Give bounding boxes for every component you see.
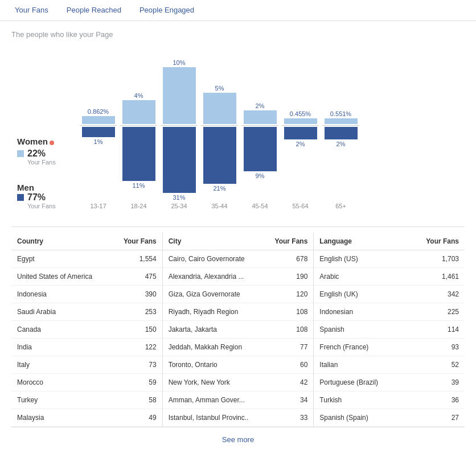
see-more-button[interactable]: See more	[11, 427, 465, 452]
row-fans: 60	[264, 356, 313, 374]
table-row: Istanbul, Istanbul Provinc..33	[163, 409, 314, 427]
women-bar	[284, 118, 317, 124]
row-name: Turkey	[11, 391, 111, 409]
men-pct-label: 11%	[132, 182, 145, 189]
row-name: Saudi Arabia	[11, 303, 111, 321]
row-name: Malaysia	[11, 409, 111, 427]
row-name: India	[11, 339, 111, 356]
tab-people-engaged[interactable]: People Engaged	[130, 0, 203, 21]
tab-people-reached[interactable]: People Reached	[58, 0, 130, 21]
table-row: Turkish36	[314, 391, 465, 409]
age-group-col: 0.551%2%65+	[322, 50, 359, 209]
row-name: Portuguese (Brazil)	[314, 374, 406, 391]
row-name: Alexandria, Alexandria ...	[163, 268, 264, 286]
country-table: Country Your Fans Egypt1,554United State…	[11, 233, 163, 427]
table-row: India122	[11, 339, 162, 356]
language-table: Language Your Fans English (US)1,703Arab…	[314, 233, 465, 427]
women-pct: 22%	[27, 149, 46, 159]
row-name: Cairo, Cairo Governorate	[163, 250, 264, 268]
tabs-bar: Your Fans People Reached People Engaged	[0, 0, 476, 21]
table-row: French (France)93	[314, 339, 465, 356]
row-fans: 36	[406, 391, 465, 409]
row-name: English (US)	[314, 250, 406, 268]
table-row: Egypt1,554	[11, 250, 162, 268]
row-fans: 73	[111, 356, 162, 374]
age-range-label: 45-54	[252, 203, 268, 209]
women-pct-label: 0.551%	[330, 110, 351, 117]
table-row: New York, New York42	[163, 374, 314, 391]
row-fans: 1,554	[111, 250, 162, 268]
row-name: Toronto, Ontario	[163, 356, 264, 374]
men-legend: Men 77% Your Fans	[17, 183, 68, 209]
page-subtitle: The people who like your Page	[11, 30, 465, 39]
age-range-label: 13-17	[90, 203, 106, 209]
women-pct-label: 2%	[256, 102, 265, 109]
age-range-label: 35-44	[211, 203, 227, 209]
chart-columns: 0.862%1%13-174%11%18-2410%31%25-345%21%3…	[80, 50, 359, 209]
age-range-label: 65+	[335, 203, 346, 209]
table-row: Saudi Arabia253	[11, 303, 162, 321]
table-row: Spanish (Spain)27	[314, 409, 465, 427]
table-row: United States of America475	[11, 268, 162, 286]
table-row: Toronto, Ontario60	[163, 356, 314, 374]
women-pct-label: 5%	[215, 85, 224, 92]
table-row: Morocco59	[11, 374, 162, 391]
city-col-header: City	[163, 233, 264, 250]
row-name: United States of America	[11, 268, 111, 286]
men-color-swatch	[17, 194, 24, 201]
age-group-col: 4%11%18-24	[120, 50, 157, 209]
row-name: Indonesia	[11, 286, 111, 303]
row-fans: 58	[111, 391, 162, 409]
tab-your-fans[interactable]: Your Fans	[6, 0, 58, 21]
men-pct-label: 2%	[337, 141, 346, 147]
row-name: Egypt	[11, 250, 111, 268]
row-fans: 150	[111, 321, 162, 339]
women-bar	[163, 67, 196, 124]
table-row: Arabic1,461	[314, 268, 465, 286]
row-fans: 27	[406, 409, 465, 427]
table-row: Jeddah, Makkah Region77	[163, 339, 314, 356]
women-bar	[244, 110, 277, 124]
men-bar	[284, 127, 317, 139]
table-row: Amman, Amman Gover...34	[163, 391, 314, 409]
row-fans: 114	[406, 321, 465, 339]
legend-section: Women 22% Your Fans Men 77% Your Fans	[17, 137, 68, 209]
row-name: Arabic	[314, 268, 406, 286]
women-pct-label: 4%	[134, 92, 143, 99]
men-pct-label: 31%	[173, 194, 185, 201]
men-pct-label: 9%	[256, 172, 265, 179]
men-sub: Your Fans	[27, 203, 68, 209]
women-bar	[325, 118, 358, 124]
women-pct-label: 0.455%	[290, 110, 311, 117]
row-name: Istanbul, Istanbul Provinc..	[163, 409, 264, 427]
men-pct-label: 1%	[94, 138, 103, 145]
table-row: Italian52	[314, 356, 465, 374]
row-name: Spanish	[314, 321, 406, 339]
table-row: Canada150	[11, 321, 162, 339]
men-bar	[82, 127, 115, 137]
table-row: Indonesia390	[11, 286, 162, 303]
women-bar	[122, 100, 155, 124]
women-color-swatch	[17, 150, 24, 157]
row-fans: 93	[406, 339, 465, 356]
row-name: Turkish	[314, 391, 406, 409]
men-bar	[325, 127, 358, 139]
row-fans: 475	[111, 268, 162, 286]
table-row: Cairo, Cairo Governorate678	[163, 250, 314, 268]
row-fans: 108	[264, 321, 313, 339]
row-fans: 33	[264, 409, 313, 427]
table-row: English (UK)342	[314, 286, 465, 303]
men-bar	[163, 127, 196, 193]
men-bar	[244, 127, 277, 171]
women-legend: Women 22% Your Fans	[17, 137, 68, 166]
row-name: Italian	[314, 356, 406, 374]
country-fans-header: Your Fans	[111, 233, 162, 250]
table-row: Portuguese (Brazil)39	[314, 374, 465, 391]
age-range-label: 18-24	[130, 203, 146, 209]
women-sub: Your Fans	[27, 159, 68, 166]
men-bar	[122, 127, 155, 181]
language-fans-header: Your Fans	[406, 233, 465, 250]
row-name: Canada	[11, 321, 111, 339]
men-pct-label: 21%	[213, 185, 225, 192]
age-group-col: 10%31%25-34	[161, 50, 198, 209]
